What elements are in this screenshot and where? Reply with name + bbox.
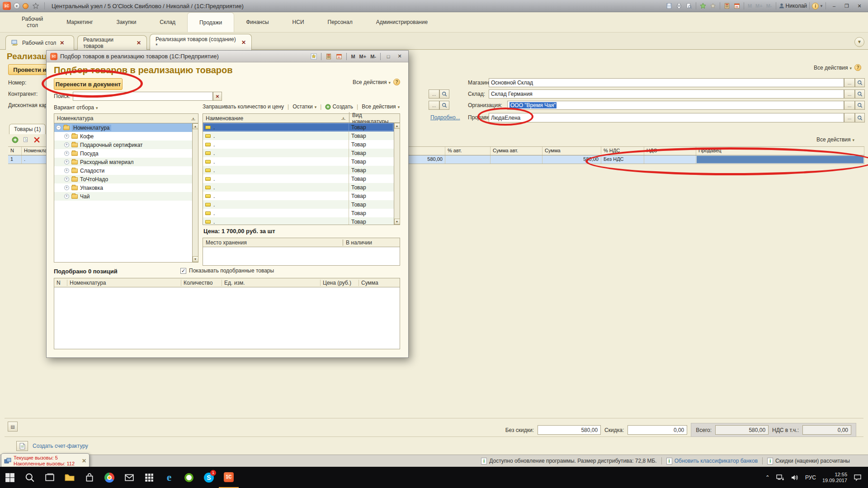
search-icon[interactable] xyxy=(439,89,449,99)
task-view-icon[interactable] xyxy=(40,467,60,488)
memory-m-button[interactable]: M xyxy=(349,54,356,59)
memory-mplus-button[interactable]: M+ xyxy=(358,54,368,59)
close-button[interactable]: ✕ xyxy=(854,2,865,10)
green-app-icon[interactable] xyxy=(179,467,199,488)
calendar-icon[interactable]: 31 xyxy=(335,52,344,61)
tree-node-row[interactable]: + Подарочный сертификат xyxy=(54,141,198,149)
search-icon[interactable] xyxy=(855,89,865,99)
ellipsis-button[interactable]: ... xyxy=(844,89,855,99)
scroll-up-icon[interactable]: ▲ xyxy=(193,123,198,129)
memory-mminus-button[interactable]: M- xyxy=(765,3,774,9)
ellipsis-button[interactable]: ... xyxy=(844,101,855,110)
scroll-down-icon[interactable]: ▼ xyxy=(394,219,400,225)
total-field[interactable]: 580,00 xyxy=(715,425,769,435)
tree-node-row[interactable]: + Посуда xyxy=(54,149,198,158)
invoice-icon[interactable] xyxy=(16,441,28,451)
restore-button[interactable]: ❐ xyxy=(841,2,853,10)
action-center-icon[interactable] xyxy=(854,474,862,481)
info-chevron-icon[interactable]: ▼ xyxy=(820,4,823,8)
show-picked-checkbox[interactable]: ✓ xyxy=(180,268,186,274)
scroll-down-icon[interactable]: ▼ xyxy=(193,256,198,262)
section-marketing[interactable]: Маркетинг xyxy=(55,12,104,32)
ellipsis-button[interactable]: ... xyxy=(844,78,855,87)
favorites-star-icon[interactable] xyxy=(309,52,318,61)
discount-field[interactable]: 0,00 xyxy=(627,425,687,435)
tab-close-icon[interactable]: ✕ xyxy=(137,40,141,46)
tree-node-row[interactable]: + Упаковка xyxy=(54,183,198,192)
form-all-actions[interactable]: Все действия ? xyxy=(814,64,861,71)
list-item[interactable]: . Товар xyxy=(203,131,394,140)
tree-node-row[interactable]: + Сладости xyxy=(54,166,198,175)
warehouse-field[interactable]: Склад Германия xyxy=(489,89,844,99)
organization-field[interactable]: ООО "Время Чая" xyxy=(507,101,844,110)
notification-close-icon[interactable]: ✕ xyxy=(82,458,86,464)
list-item[interactable]: . Товар xyxy=(203,200,394,209)
language-indicator[interactable]: РУС xyxy=(805,474,816,481)
memory-mminus-button[interactable]: M- xyxy=(369,54,377,59)
list-item[interactable]: . Товар xyxy=(203,209,394,217)
seller-field[interactable]: ЛюдаЕлена xyxy=(489,113,844,122)
search-icon[interactable] xyxy=(855,101,865,110)
no-discount-field[interactable]: 580,00 xyxy=(538,425,601,435)
list-item[interactable]: . Товар xyxy=(203,157,394,166)
section-desktop[interactable]: Рабочий стол xyxy=(10,12,55,32)
help-icon[interactable]: ? xyxy=(854,64,861,71)
mail-icon[interactable] xyxy=(119,467,139,488)
chrome-icon[interactable] xyxy=(99,467,119,488)
info-icon[interactable]: i xyxy=(812,3,819,9)
store-field[interactable]: Основной Склад xyxy=(489,78,844,87)
tree-node-row[interactable]: + Расходный материал xyxy=(54,158,198,166)
expand-icon[interactable]: + xyxy=(64,177,69,182)
clear-search-icon[interactable]: ✕ xyxy=(213,92,222,101)
preview-icon[interactable] xyxy=(684,2,693,10)
list-scrollbar[interactable]: ▲ ▼ xyxy=(394,123,400,225)
add-icon[interactable] xyxy=(11,136,19,144)
section-purchases[interactable]: Закупки xyxy=(105,12,148,32)
expand-icon[interactable]: + xyxy=(64,142,69,147)
taskbar-search-icon[interactable] xyxy=(20,467,40,488)
section-sales[interactable]: Продажи xyxy=(187,12,234,32)
dialog-all-actions[interactable]: Все действия ? xyxy=(353,79,400,85)
cell-seller[interactable] xyxy=(696,155,864,164)
list-all-actions[interactable]: Все действия xyxy=(362,103,400,110)
section-nsi[interactable]: НСИ xyxy=(281,12,316,32)
expand-icon[interactable]: + xyxy=(64,168,69,173)
list-item[interactable]: . Товар xyxy=(203,192,394,200)
list-item[interactable]: . Товар xyxy=(203,140,394,149)
tab-sales-list[interactable]: Реализации товаров ✕ xyxy=(77,35,147,50)
goods-all-actions[interactable]: Все действия xyxy=(816,136,854,143)
save-icon[interactable] xyxy=(665,2,674,10)
ellipsis-button[interactable]: ... xyxy=(429,89,439,99)
favorites-list-icon[interactable] xyxy=(708,2,717,10)
tabs-overflow-chevron-icon[interactable]: ▼ xyxy=(854,37,864,47)
expand-icon[interactable]: + xyxy=(64,151,69,156)
minimize-button[interactable]: – xyxy=(828,2,840,10)
tab-goods[interactable]: Товары (1) xyxy=(9,124,46,134)
tree-node-row[interactable]: + Чай xyxy=(54,192,198,201)
expand-icon[interactable]: + xyxy=(64,185,69,190)
skype-icon[interactable]: S 1 xyxy=(199,467,219,488)
tab-desktop[interactable]: Рабочий стол ✕ xyxy=(5,35,74,50)
current-user[interactable]: Николай xyxy=(786,3,807,9)
memory-m-button[interactable]: M xyxy=(746,3,753,9)
status-bank-classifier-link[interactable]: i Обновить классификатор банков xyxy=(666,458,758,465)
start-button[interactable] xyxy=(0,467,20,488)
vat-incl-field[interactable]: 0,00 xyxy=(802,425,851,435)
copy-icon[interactable] xyxy=(22,136,30,144)
speaker-icon[interactable] xyxy=(791,474,799,481)
search-icon[interactable] xyxy=(855,78,865,87)
list-item[interactable]: . Товар xyxy=(203,166,394,174)
filter-variant-dropdown[interactable]: Вариант отбора xyxy=(54,104,98,111)
add-favorite-icon[interactable] xyxy=(698,2,708,10)
dialog-maximize-button[interactable]: □ xyxy=(383,52,393,61)
scroll-up-icon[interactable]: ▲ xyxy=(394,123,400,129)
collapse-icon[interactable]: − xyxy=(56,125,61,130)
help-icon[interactable]: ? xyxy=(393,79,400,85)
memory-mplus-button[interactable]: M+ xyxy=(754,3,764,9)
stock-dropdown[interactable]: Остатки xyxy=(292,103,316,110)
details-link[interactable]: Подробно... xyxy=(430,114,460,121)
calculator-icon[interactable] xyxy=(722,2,731,10)
calculator-icon[interactable] xyxy=(324,52,333,61)
taskbar-1c-icon[interactable]: 1С xyxy=(219,467,239,488)
expand-icon[interactable]: + xyxy=(64,160,69,164)
